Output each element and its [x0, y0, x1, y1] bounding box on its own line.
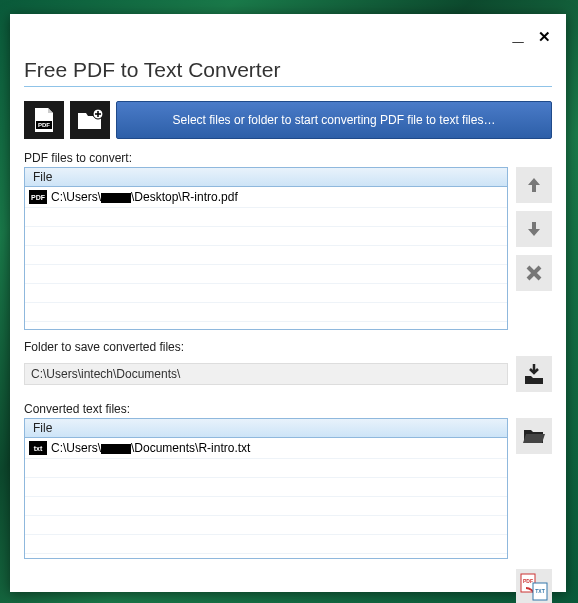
- save-to-folder-icon: [523, 363, 545, 385]
- converted-list-box[interactable]: File txt C:\Users\\Documents\R-intro.txt: [24, 418, 508, 559]
- pdf-list-box[interactable]: File PDF C:\Users\\Desktop\R-intro.pdf: [24, 167, 508, 330]
- list-item[interactable]: PDF C:\Users\\Desktop\R-intro.pdf: [25, 187, 507, 208]
- pdf-file-icon: PDF: [33, 108, 55, 132]
- minimize-button[interactable]: _: [510, 30, 526, 46]
- file-path: C:\Users\\Documents\R-intro.txt: [51, 441, 250, 455]
- app-title: Free PDF to Text Converter: [24, 58, 552, 82]
- add-pdf-button[interactable]: PDF: [24, 101, 64, 139]
- select-files-label: Select files or folder to start converti…: [173, 113, 496, 127]
- arrow-down-icon: [525, 220, 543, 238]
- app-window: _ ✕ Free PDF to Text Converter PDF Selec…: [10, 14, 566, 592]
- browse-save-folder-button[interactable]: [516, 356, 552, 392]
- pdf-side-buttons: [516, 167, 552, 330]
- toolbar: PDF Select files or folder to start conv…: [24, 101, 552, 139]
- converted-list-header[interactable]: File: [25, 419, 507, 438]
- title-underline: [24, 86, 552, 87]
- redacted-text: [101, 444, 131, 454]
- titlebar: _ ✕: [24, 26, 552, 50]
- pdf-list-label: PDF files to convert:: [24, 151, 552, 165]
- open-folder-icon: [523, 427, 545, 445]
- save-folder-input[interactable]: [24, 363, 508, 385]
- svg-text:TXT: TXT: [535, 588, 544, 594]
- open-folder-button[interactable]: [516, 418, 552, 454]
- select-files-button[interactable]: Select files or folder to start converti…: [116, 101, 552, 139]
- save-folder-label: Folder to save converted files:: [24, 340, 552, 354]
- move-up-button[interactable]: [516, 167, 552, 203]
- pdf-to-txt-icon: PDF TXT: [520, 573, 548, 601]
- window-controls: _ ✕: [510, 30, 552, 46]
- x-icon: [525, 264, 543, 282]
- svg-text:PDF: PDF: [523, 578, 533, 584]
- pdf-list-body: PDF C:\Users\\Desktop\R-intro.pdf: [25, 187, 507, 329]
- pdf-icon: PDF: [29, 190, 47, 204]
- arrow-up-icon: [525, 176, 543, 194]
- convert-button[interactable]: PDF TXT: [516, 569, 552, 603]
- pdf-list-section: File PDF C:\Users\\Desktop\R-intro.pdf: [24, 167, 552, 330]
- svg-text:PDF: PDF: [38, 122, 50, 128]
- converted-list-body: txt C:\Users\\Documents\R-intro.txt: [25, 438, 507, 558]
- converted-list-section: File txt C:\Users\\Documents\R-intro.txt: [24, 418, 552, 559]
- list-item[interactable]: txt C:\Users\\Documents\R-intro.txt: [25, 438, 507, 459]
- convert-button-row: PDF TXT: [24, 569, 552, 603]
- txt-icon: txt: [29, 441, 47, 455]
- close-button[interactable]: ✕: [536, 30, 552, 46]
- add-folder-button[interactable]: [70, 101, 110, 139]
- file-path: C:\Users\\Desktop\R-intro.pdf: [51, 190, 238, 204]
- converted-side-buttons: [516, 418, 552, 559]
- redacted-text: [101, 193, 131, 203]
- pdf-list-header[interactable]: File: [25, 168, 507, 187]
- save-folder-row: [24, 356, 552, 392]
- move-down-button[interactable]: [516, 211, 552, 247]
- folder-plus-icon: [77, 109, 103, 131]
- converted-list-label: Converted text files:: [24, 402, 552, 416]
- remove-button[interactable]: [516, 255, 552, 291]
